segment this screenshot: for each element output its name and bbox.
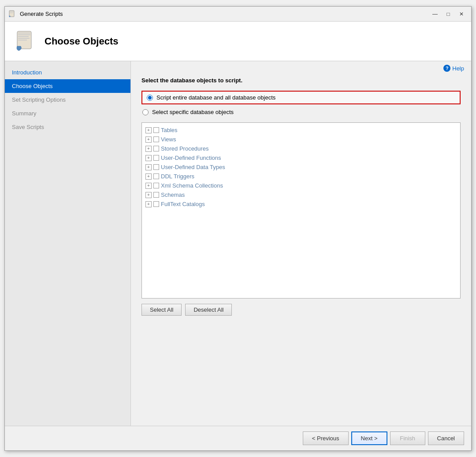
header-icon <box>14 29 37 53</box>
finish-button[interactable]: Finish <box>390 431 425 445</box>
maximize-button[interactable]: □ <box>442 9 454 19</box>
main-area: Introduction Choose Objects Set Scriptin… <box>5 61 471 426</box>
tree-item-label: DDL Triggers <box>161 173 194 180</box>
tree-checkbox[interactable] <box>153 201 159 207</box>
tree-item[interactable]: + FullText Catalogs <box>144 199 458 209</box>
tree-item[interactable]: + DDL Triggers <box>144 172 458 181</box>
radio-option-select-specific[interactable]: Select specific database objects <box>141 109 461 115</box>
tree-expand-icon[interactable]: + <box>145 136 152 143</box>
sidebar-item-introduction[interactable]: Introduction <box>5 66 130 79</box>
app-icon <box>8 10 16 18</box>
header: Choose Objects <box>5 22 471 61</box>
tree-expand-icon[interactable]: + <box>145 155 152 161</box>
tree-checkbox[interactable] <box>153 183 159 188</box>
tree-expand-icon[interactable]: + <box>145 183 152 189</box>
tree-item-label: Schemas <box>161 192 185 198</box>
tree-expand-icon[interactable]: + <box>145 192 152 198</box>
tree-expand-icon[interactable]: + <box>145 127 152 133</box>
tree-item-label: FullText Catalogs <box>161 201 205 207</box>
tree-item-label: User-Defined Data Types <box>161 164 225 170</box>
content-area: ? Help Select the database objects to sc… <box>131 61 471 426</box>
radio-input-select-specific[interactable] <box>142 109 149 115</box>
tree-checkbox[interactable] <box>153 192 159 198</box>
tree-expand-icon[interactable]: + <box>145 146 152 152</box>
tree-item[interactable]: + User-Defined Functions <box>144 153 458 162</box>
footer: < Previous Next > Finish Cancel <box>5 426 471 450</box>
help-label: Help <box>452 65 464 72</box>
svg-rect-8 <box>18 38 30 39</box>
tree-item-label: Tables <box>161 127 178 133</box>
window-title: Generate Scripts <box>20 11 429 17</box>
select-all-button[interactable]: Select All <box>141 304 182 316</box>
tree-item[interactable]: + Tables <box>144 125 458 135</box>
radio-group: Script entire database and all database … <box>141 91 461 115</box>
tree-item[interactable]: + Schemas <box>144 190 458 199</box>
page-title: Choose Objects <box>45 36 118 47</box>
minimize-button[interactable]: — <box>429 9 441 19</box>
svg-rect-7 <box>18 36 29 37</box>
tree-checkbox[interactable] <box>153 173 159 179</box>
svg-rect-3 <box>10 13 13 13</box>
window-controls: — □ ✕ <box>429 9 468 19</box>
radio-label-select-specific: Select specific database objects <box>152 109 234 115</box>
tree-item[interactable]: + Stored Procedures <box>144 144 458 153</box>
help-icon: ? <box>443 65 450 72</box>
deselect-all-button[interactable]: Deselect All <box>185 304 232 316</box>
tree-expand-icon[interactable]: + <box>145 164 152 170</box>
tree-checkbox[interactable] <box>153 155 159 161</box>
svg-rect-9 <box>18 40 27 41</box>
sidebar-item-set-scripting-options: Set Scripting Options <box>5 93 130 107</box>
section-title: Select the database objects to script. <box>141 77 461 84</box>
tree-checkbox[interactable] <box>153 127 159 133</box>
radio-option-script-entire[interactable]: Script entire database and all database … <box>141 91 461 104</box>
tree-expand-icon[interactable]: + <box>145 201 152 207</box>
main-window: Generate Scripts — □ ✕ Choose Objects In… <box>4 6 472 451</box>
objects-tree[interactable]: + Tables + Views + Stored Procedures + U… <box>141 122 461 299</box>
svg-rect-1 <box>10 11 14 11</box>
help-link[interactable]: ? Help <box>443 65 464 72</box>
cancel-button[interactable]: Cancel <box>428 431 464 445</box>
tree-item-label: User-Defined Functions <box>161 155 221 161</box>
sidebar-item-summary: Summary <box>5 107 130 120</box>
content-body: Select the database objects to script. S… <box>131 74 471 426</box>
svg-rect-5 <box>18 33 30 33</box>
tree-checkbox[interactable] <box>153 136 159 142</box>
close-button[interactable]: ✕ <box>455 9 468 19</box>
tree-item-label: Xml Schema Collections <box>161 182 223 189</box>
sidebar-item-save-scripts: Save Scripts <box>5 120 130 134</box>
tree-item-label: Views <box>161 136 176 143</box>
button-row: Select All Deselect All <box>141 304 461 316</box>
tree-expand-icon[interactable]: + <box>145 173 152 180</box>
tree-item-label: Stored Procedures <box>161 145 208 152</box>
tree-item[interactable]: + Views <box>144 135 458 144</box>
svg-rect-2 <box>10 12 14 12</box>
tree-item[interactable]: + User-Defined Data Types <box>144 162 458 172</box>
radio-input-script-entire[interactable] <box>147 95 153 101</box>
svg-rect-6 <box>18 34 30 35</box>
sidebar: Introduction Choose Objects Set Scriptin… <box>5 61 131 426</box>
radio-label-script-entire: Script entire database and all database … <box>156 94 275 101</box>
tree-item[interactable]: + Xml Schema Collections <box>144 181 458 190</box>
tree-checkbox[interactable] <box>153 164 159 170</box>
previous-button[interactable]: < Previous <box>303 431 349 445</box>
title-bar: Generate Scripts — □ ✕ <box>5 7 471 22</box>
next-button[interactable]: Next > <box>351 431 387 445</box>
help-bar: ? Help <box>131 61 471 74</box>
sidebar-item-choose-objects[interactable]: Choose Objects <box>5 79 130 93</box>
tree-checkbox[interactable] <box>153 146 159 151</box>
